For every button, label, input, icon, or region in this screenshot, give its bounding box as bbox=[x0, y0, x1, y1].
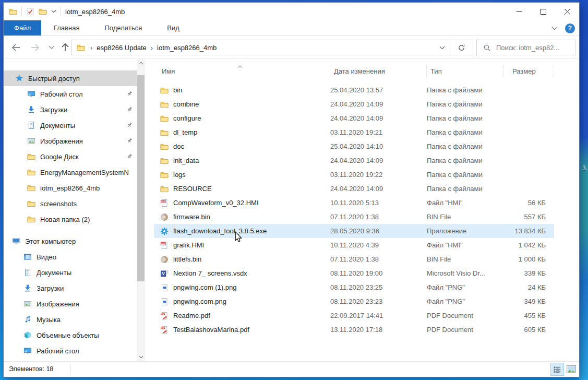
sidebar-item[interactable]: Документы bbox=[4, 117, 137, 133]
ribbon-tab-label: Поделиться bbox=[104, 24, 142, 32]
sidebar-item[interactable]: Новая папка (2) bbox=[4, 211, 137, 227]
address-dropdown-button[interactable] bbox=[434, 40, 450, 55]
disc-file-icon bbox=[160, 255, 169, 264]
properties-check-icon[interactable] bbox=[26, 7, 34, 16]
sidebar-item-icon bbox=[27, 137, 35, 145]
divider bbox=[21, 7, 22, 16]
sidebar-item[interactable]: Изображения bbox=[4, 133, 137, 149]
pictures-icon bbox=[23, 300, 32, 308]
ribbon-right-controls: ? bbox=[551, 20, 575, 36]
up-button-icon[interactable] bbox=[60, 42, 70, 53]
qat-customize-chevron-icon[interactable] bbox=[51, 10, 56, 13]
sidebar-item[interactable]: screenshots bbox=[4, 196, 137, 211]
file-name: flash_download_tool_3.8.5.exe bbox=[173, 227, 267, 235]
file-name: TestBalashovaMarina.pdf bbox=[173, 326, 249, 334]
scrollbar-thumb[interactable] bbox=[137, 75, 145, 281]
this-pc-items: Видео Документы Загрузки Изображения bbox=[4, 249, 145, 359]
file-row[interactable]: dl_temp 03.11.2020 19:21 Папка с файлами bbox=[154, 125, 554, 139]
file-row[interactable]: pngwing.com.png 08.11.2020 23:23 Файл "P… bbox=[154, 294, 554, 308]
sidebar-item[interactable]: EnergyManagementSystemN bbox=[4, 164, 137, 180]
music-icon bbox=[23, 315, 32, 324]
sidebar-item[interactable]: Загрузки bbox=[4, 102, 137, 117]
refresh-button[interactable] bbox=[450, 40, 473, 55]
collapse-ribbon-chevron-icon[interactable] bbox=[551, 27, 558, 30]
file-row[interactable]: littlefs.bin 07.11.2020 1:38 BIN File 1 … bbox=[154, 252, 554, 266]
new-folder-icon[interactable] bbox=[39, 7, 47, 16]
file-row[interactable]: configure 24.04.2020 14:09 Папка с файла… bbox=[154, 111, 554, 125]
sidebar-item-icon bbox=[27, 90, 35, 98]
help-button[interactable]: ? bbox=[565, 23, 575, 33]
file-row[interactable]: logs 03.11.2020 19:22 Папка с файлами bbox=[154, 168, 554, 182]
sidebar-item[interactable]: Документы bbox=[4, 265, 137, 280]
file-name: Readme.pdf bbox=[173, 312, 210, 319]
sidebar-item-label: Новая папка (2) bbox=[40, 216, 137, 223]
file-row[interactable]: combine 24.04.2020 14:09 Папка с файлами bbox=[154, 97, 554, 111]
scroll-up-arrow-icon[interactable] bbox=[137, 59, 145, 67]
folder-icon bbox=[160, 128, 169, 137]
file-icon bbox=[160, 157, 169, 165]
documents-icon bbox=[27, 121, 35, 129]
close-button[interactable] bbox=[555, 3, 579, 20]
thumbnail-view-button[interactable] bbox=[565, 363, 578, 376]
sidebar-item[interactable]: Google Диск bbox=[4, 149, 137, 164]
file-row[interactable]: bin 25.04.2020 13:57 Папка с файлами bbox=[154, 83, 554, 97]
file-date-modified: 08.11.2020 19:00 bbox=[330, 269, 427, 277]
sidebar-item[interactable]: Рабочий стол bbox=[4, 343, 137, 359]
ribbon-tab[interactable]: Поделиться bbox=[92, 20, 154, 35]
sidebar-item[interactable]: Видео bbox=[4, 249, 137, 265]
sidebar-item-icon bbox=[27, 168, 35, 176]
navigation-pane: Быстрый доступ Рабочий стол Загрузки bbox=[4, 59, 145, 361]
sidebar-item[interactable]: iotm_esp8266_4mb bbox=[4, 180, 137, 196]
forward-button-icon[interactable] bbox=[30, 42, 40, 53]
file-name: bin bbox=[173, 86, 182, 94]
address-bar[interactable]: ›esp8266 Update›iotm_esp8266_4mb bbox=[71, 40, 450, 55]
breadcrumb-segment[interactable]: ›iotm_esp8266_4mb bbox=[147, 44, 217, 52]
sidebar-item[interactable]: Музыка bbox=[4, 312, 137, 327]
search-box[interactable]: Поиск: iotm_esp82... bbox=[476, 40, 575, 55]
file-size: 339 КБ bbox=[504, 269, 551, 277]
sidebar-item-label: iotm_esp8266_4mb bbox=[40, 184, 137, 192]
file-row[interactable]: init_data 24.04.2020 14:09 Папка с файла… bbox=[154, 153, 554, 168]
sidebar-item[interactable]: Объемные объекты bbox=[4, 327, 137, 343]
sort-ascending-icon[interactable] bbox=[237, 62, 243, 70]
back-button-icon[interactable] bbox=[11, 42, 21, 53]
file-date-modified: 10.11.2020 4:39 bbox=[330, 241, 427, 249]
sidebar-item[interactable]: Рабочий стол bbox=[4, 86, 137, 102]
file-row[interactable]: HMI grafik.HMI 10.11.2020 4:39 Файл "HMI… bbox=[154, 238, 554, 252]
sidebar-section-quick-access[interactable]: Быстрый доступ bbox=[4, 70, 137, 86]
file-row[interactable]: firmware.bin 07.11.2020 1:38 BIN File 55… bbox=[154, 210, 554, 224]
ribbon-tab[interactable]: Файл bbox=[4, 20, 41, 35]
title-bar[interactable]: iotm_esp8266_4mb bbox=[4, 3, 579, 20]
file-row[interactable]: HMI CompWaveform_v0_32.HMI 10.11.2020 5:… bbox=[154, 196, 554, 210]
sidebar-item-label: Рабочий стол bbox=[37, 347, 137, 355]
breadcrumb-segment[interactable]: ›esp8266 Update bbox=[86, 44, 147, 52]
file-icon bbox=[160, 128, 169, 137]
file-row[interactable]: PDF TestBalashovaMarina.pdf 13.11.2020 1… bbox=[154, 323, 554, 337]
file-row[interactable]: doc 25.04.2020 14:10 Папка с файлами bbox=[154, 139, 554, 153]
file-row[interactable]: pngwing.com (1).png 08.11.2020 23:25 Фай… bbox=[154, 280, 554, 294]
scroll-down-arrow-icon[interactable] bbox=[137, 353, 145, 361]
column-header-type[interactable]: Тип bbox=[427, 65, 504, 77]
sidebar-scrollbar[interactable] bbox=[137, 59, 145, 361]
column-header-size[interactable]: Размер bbox=[504, 65, 554, 77]
file-row[interactable]: PDF Readme.pdf 22.09.2017 14:41 PDF Docu… bbox=[154, 308, 554, 323]
file-size: 1 042 КБ bbox=[504, 241, 551, 249]
file-row[interactable]: flash_download_tool_3.8.5.exe 28.05.2020… bbox=[154, 224, 554, 238]
search-icon bbox=[483, 44, 491, 52]
sidebar-item[interactable]: Загрузки bbox=[4, 280, 137, 296]
sidebar-item[interactable]: Изображения bbox=[4, 296, 137, 312]
maximize-button[interactable] bbox=[531, 3, 555, 20]
file-type: Папка с файлами bbox=[427, 142, 504, 150]
file-size: 557 КБ bbox=[504, 213, 551, 221]
file-size: 13 834 КБ bbox=[504, 227, 551, 235]
recent-locations-chevron-icon[interactable] bbox=[49, 45, 55, 50]
sidebar-section-this-pc[interactable]: Этот компьютер bbox=[4, 233, 137, 249]
file-row[interactable]: RESOURCE 24.04.2020 14:09 Папка с файлам… bbox=[154, 182, 554, 196]
minimize-button[interactable] bbox=[507, 3, 531, 20]
file-row[interactable]: V Nextion 7_ screens.vsdx 08.11.2020 19:… bbox=[154, 266, 554, 280]
details-view-button[interactable] bbox=[550, 363, 564, 376]
ribbon-tab[interactable]: Вид bbox=[154, 20, 192, 35]
file-type: Папка с файлами bbox=[427, 171, 504, 179]
ribbon-tab[interactable]: Главная bbox=[41, 20, 92, 35]
column-header-date[interactable]: Дата изменения bbox=[330, 65, 427, 77]
